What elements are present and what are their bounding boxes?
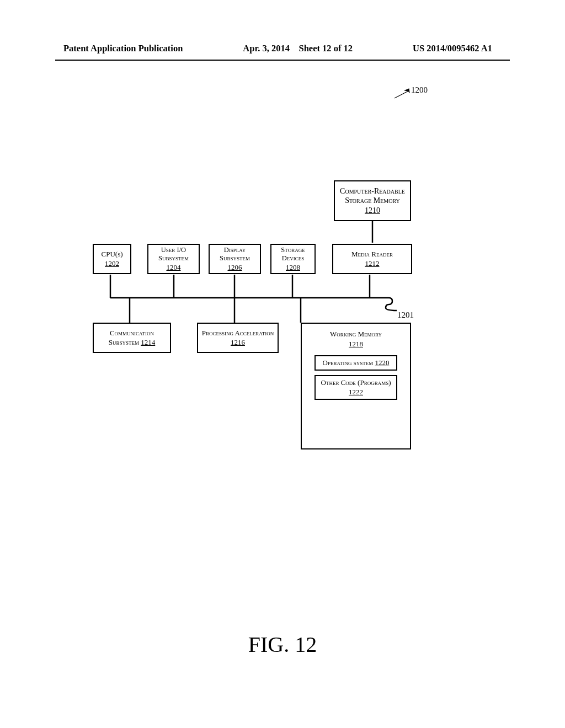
block-disp-label: Display Subsystem bbox=[213, 246, 257, 263]
figure-caption: FIG. 12 bbox=[0, 631, 565, 657]
block-other-label: Other Code (Programs) bbox=[321, 378, 391, 387]
block-os-label: Operating system bbox=[323, 358, 374, 367]
block-cpu: CPU(s) 1202 bbox=[93, 244, 131, 274]
block-stor: Storage Devices 1208 bbox=[270, 244, 316, 274]
block-uio: User I/O Subsystem 1204 bbox=[147, 244, 200, 274]
block-cpu-label: CPU(s) bbox=[102, 250, 123, 259]
block-wmem: Working Memory 1218 Operating system 122… bbox=[301, 323, 411, 449]
block-os: Operating system 1220 bbox=[315, 355, 397, 371]
bus-ref-label: 1201 bbox=[397, 311, 414, 320]
block-comm-ref: 1214 bbox=[141, 338, 155, 346]
block-os-ref: 1220 bbox=[375, 358, 389, 367]
page: Patent Application Publication Apr. 3, 2… bbox=[0, 0, 565, 728]
block-other: Other Code (Programs) 1222 bbox=[315, 375, 397, 400]
block-paccel: Processing Acceleration 1216 bbox=[197, 323, 279, 353]
block-wmem-label: Working Memory bbox=[330, 330, 382, 338]
figure-ref-label: 1200 bbox=[411, 85, 428, 95]
block-wmem-ref: 1218 bbox=[349, 340, 363, 348]
block-mread-label: Media Reader bbox=[351, 250, 393, 259]
block-uio-label: User I/O Subsystem bbox=[152, 246, 195, 263]
block-stor-label: Storage Devices bbox=[275, 246, 311, 263]
block-mread: Media Reader 1212 bbox=[332, 244, 412, 274]
block-crsm-label: Computer-Readable Storage Memory bbox=[338, 186, 407, 206]
block-mread-ref: 1212 bbox=[365, 259, 380, 268]
block-other-ref: 1222 bbox=[349, 388, 363, 396]
block-crsm-ref: 1210 bbox=[365, 206, 380, 216]
block-cpu-ref: 1202 bbox=[105, 259, 119, 268]
block-stor-ref: 1208 bbox=[286, 263, 300, 272]
block-disp: Display Subsystem 1206 bbox=[209, 244, 261, 274]
block-paccel-label: Processing Acceleration bbox=[202, 329, 274, 337]
block-uio-ref: 1204 bbox=[167, 263, 181, 272]
block-comm: Communication Subsystem 1214 bbox=[93, 323, 171, 353]
block-crsm: Computer-Readable Storage Memory 1210 bbox=[334, 180, 411, 221]
block-disp-ref: 1206 bbox=[228, 263, 242, 272]
block-paccel-ref: 1216 bbox=[231, 338, 245, 346]
connector-lines bbox=[0, 0, 565, 728]
